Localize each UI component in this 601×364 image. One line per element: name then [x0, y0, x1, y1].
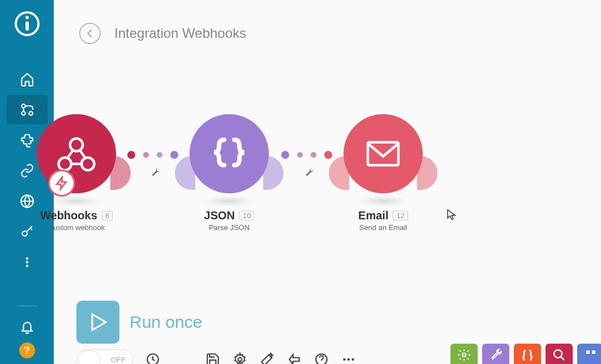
svg-point-1 [25, 16, 29, 19]
module-badge: 10 [239, 211, 254, 220]
action-tools[interactable] [450, 344, 478, 364]
debug-icon[interactable] [287, 352, 302, 364]
action-code[interactable] [514, 344, 541, 364]
svg-point-18 [343, 358, 345, 361]
svg-point-4 [29, 111, 33, 115]
module-title: Webhooks [40, 209, 97, 222]
module-badge: 12 [393, 211, 407, 220]
module-json[interactable]: JSON 10 Parse JSON [190, 114, 269, 232]
svg-rect-2 [25, 21, 29, 31]
module-webhooks[interactable]: Webhooks 8 Custom webhook [37, 114, 116, 232]
svg-point-20 [351, 358, 354, 361]
module-badge: 8 [102, 211, 113, 220]
svg-point-8 [25, 257, 28, 259]
magic-icon[interactable] [260, 352, 274, 364]
toggle-state: OFF [111, 356, 126, 364]
wrench-icon[interactable] [304, 168, 314, 180]
bottom-toolbar: OFF [76, 349, 356, 364]
save-icon[interactable] [205, 352, 220, 364]
run-label: Run once [130, 313, 202, 332]
svg-point-11 [70, 138, 83, 151]
more-icon[interactable] [341, 352, 356, 364]
module-subtitle: Send an Email [359, 223, 407, 232]
svg-point-21 [462, 353, 466, 357]
main-canvas: Integration Webhooks [54, 0, 601, 364]
module-title: JSON [204, 209, 235, 222]
module-email[interactable]: Email 12 Send an Email [344, 114, 423, 232]
nav-divider [17, 306, 37, 306]
action-flow[interactable] [482, 344, 509, 364]
svg-point-3 [22, 104, 25, 108]
module-subtitle: Custom webhook [48, 223, 105, 232]
svg-point-16 [238, 358, 242, 362]
run-button[interactable] [76, 301, 119, 344]
module-title: Email [358, 209, 388, 222]
settings-icon[interactable] [233, 352, 247, 364]
help-icon[interactable] [314, 352, 329, 364]
history-icon[interactable] [145, 352, 160, 364]
svg-point-7 [22, 231, 27, 236]
connector-1 [127, 151, 178, 159]
svg-point-19 [347, 358, 350, 361]
module-schedule-icon[interactable] [48, 170, 75, 197]
action-squares [450, 344, 601, 364]
nav-help[interactable]: ? [19, 343, 35, 358]
svg-point-22 [554, 350, 562, 358]
cursor-icon [447, 209, 456, 220]
nav-home[interactable] [7, 64, 48, 94]
action-search[interactable] [546, 344, 573, 364]
svg-point-13 [81, 158, 95, 171]
svg-point-10 [25, 265, 28, 267]
wrench-icon[interactable] [150, 168, 160, 180]
scheduling-toggle[interactable]: OFF [76, 349, 133, 364]
svg-point-9 [25, 261, 28, 263]
action-more[interactable] [577, 344, 601, 364]
svg-point-5 [22, 111, 25, 115]
svg-rect-23 [586, 350, 590, 354]
nav-notifications[interactable] [7, 312, 48, 341]
run-bar: Run once [76, 301, 202, 344]
connector-2 [281, 151, 332, 159]
nav-more[interactable] [7, 248, 48, 277]
module-subtitle: Parse JSON [209, 223, 250, 232]
svg-rect-24 [592, 350, 595, 354]
svg-point-12 [59, 158, 72, 171]
app-logo [15, 11, 40, 36]
